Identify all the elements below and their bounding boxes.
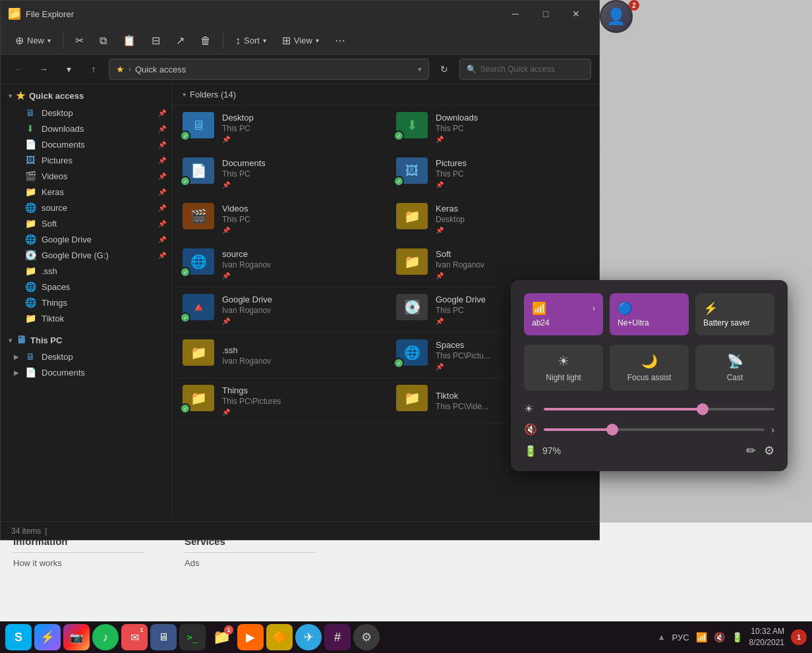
quick-access-chevron-icon: ▾ <box>9 92 12 99</box>
qa-footer: 🔋 97% ✏ ⚙ <box>524 443 774 458</box>
nav-recent-button[interactable]: ▾ <box>59 59 78 79</box>
sidebar-item-gdriveg[interactable]: 💽 Google Drive (G:) 📌 <box>1 247 171 263</box>
qa-focus-assist-tile[interactable]: 🌙 Focus assist <box>610 345 689 391</box>
qa-cast-tile[interactable]: 📡 Cast <box>695 345 774 391</box>
sidebar-item-tiktok[interactable]: 📁 Tiktok <box>1 310 171 326</box>
folder-downloads-pin-icon: 📌 <box>436 136 478 143</box>
share-button[interactable]: ↗ <box>169 31 191 50</box>
taskbar-telegram[interactable]: ✈ <box>295 624 322 650</box>
folder-desktop[interactable]: 🖥 ✓ Desktop This PC 📌 <box>172 105 386 151</box>
folders-header[interactable]: ▾ Folders (14) <box>172 84 599 105</box>
close-button[interactable]: ✕ <box>561 1 591 27</box>
folder-source[interactable]: 🌐 ✓ source Ivan Roganov 📌 <box>172 242 386 287</box>
sidebar-item-thispc-desktop[interactable]: ▶ 🖥 Desktop <box>1 349 171 364</box>
taskbar-app-yellow[interactable]: 🔶 <box>266 624 293 650</box>
web-services-sub[interactable]: Ads <box>185 558 316 568</box>
nav-back-button[interactable]: ← <box>9 59 28 79</box>
sort-button[interactable]: ↕ Sort ▾ <box>229 32 273 50</box>
sidebar-item-videos[interactable]: 🎬 Videos 📌 <box>1 168 171 184</box>
sidebar-thispc-header[interactable]: ▾ 🖥 This PC <box>1 331 171 349</box>
new-button[interactable]: ⊕ New ▾ <box>9 31 57 50</box>
documents-pin-icon: 📌 <box>158 141 166 148</box>
sort-chevron-icon: ▾ <box>263 37 266 44</box>
sidebar-item-documents[interactable]: 📄 Documents 📌 <box>1 136 171 152</box>
sidebar-keras-label: Keras <box>42 187 153 197</box>
downloads-pin-icon: 📌 <box>158 125 166 132</box>
minimize-button[interactable]: ─ <box>500 1 531 27</box>
volume-slider[interactable] <box>544 428 765 431</box>
taskbar-terminal[interactable]: >_ <box>179 624 206 650</box>
folder-documents-info: Documents This PC 📌 <box>222 158 266 188</box>
taskbar-volume-icon[interactable]: 🔇 <box>714 632 725 642</box>
folder-ssh[interactable]: 📁 .ssh Ivan Roganov <box>172 333 386 378</box>
taskbar-language[interactable]: РУС <box>672 633 689 642</box>
cut-button[interactable]: ✂ <box>69 31 90 50</box>
folder-pictures[interactable]: 🖼 ✓ Pictures This PC 📌 <box>386 151 599 196</box>
sidebar-item-soft[interactable]: 📁 Soft 📌 <box>1 215 171 231</box>
documents-icon: 📄 <box>24 139 36 150</box>
sidebar-item-pictures[interactable]: 🖼 Pictures 📌 <box>1 152 171 168</box>
address-input[interactable]: ★ › Quick access ▾ <box>109 59 429 80</box>
settings-icon[interactable]: ⚙ <box>764 443 774 458</box>
taskbar-remote[interactable]: 🖥 <box>150 624 177 650</box>
taskbar-settings[interactable]: ⚙ <box>353 624 380 650</box>
brightness-slider[interactable] <box>544 408 774 411</box>
nav-forward-button[interactable]: → <box>34 59 53 79</box>
folder-keras[interactable]: 📁 Keras Desktop 📌 <box>386 196 599 242</box>
sidebar-quick-access-header[interactable]: ▾ ★ Quick access <box>1 87 171 105</box>
taskbar-fileexplorer[interactable]: 📁 1 <box>208 624 235 650</box>
taskbar-instagram[interactable]: 📷 <box>63 624 90 650</box>
folder-downloads[interactable]: ⬇ ✓ Downloads This PC 📌 <box>386 105 599 151</box>
qa-wifi-tile[interactable]: 📶 › ab24 <box>524 293 603 335</box>
taskbar-app-orange[interactable]: ▶ <box>237 624 264 650</box>
paste-button[interactable]: 📋 <box>116 31 142 50</box>
view-button[interactable]: ⊞ View ▾ <box>276 31 326 50</box>
taskbar-clock[interactable]: 10:32 AM 8/20/2021 <box>749 626 784 648</box>
rename-button[interactable]: ⊟ <box>145 31 167 50</box>
sidebar-item-keras[interactable]: 📁 Keras 📌 <box>1 184 171 200</box>
folder-documents[interactable]: 📄 ✓ Documents This PC 📌 <box>172 151 386 196</box>
folder-gdrive[interactable]: 🔺 ✓ Google Drive Ivan Roganov 📌 <box>172 287 386 333</box>
qa-night-light-tile[interactable]: ☀ Night light <box>524 345 603 391</box>
sidebar-item-spaces[interactable]: 🌐 Spaces <box>1 279 171 295</box>
search-box[interactable]: 🔍 Search Quick access <box>459 59 591 80</box>
sidebar-tiktok-label: Tiktok <box>42 314 166 324</box>
taskbar-slack[interactable]: # <box>324 624 351 650</box>
taskbar-notification[interactable]: 1 <box>791 629 807 645</box>
avatar[interactable]: 👤 <box>600 0 633 33</box>
sidebar-item-ssh[interactable]: 📁 .ssh <box>1 263 171 279</box>
sidebar-thispc-desktop-label: Desktop <box>42 352 166 362</box>
qa-bluetooth-tile[interactable]: 🔵 Ne+Ultra <box>610 293 689 335</box>
folder-videos[interactable]: 🎬 Videos This PC 📌 <box>172 196 386 242</box>
folder-soft-location: Ivan Roganov <box>436 260 484 270</box>
folder-gdriveg-info: Google Drive This PC 📌 <box>436 295 486 325</box>
copy-button[interactable]: ⧉ <box>93 32 113 50</box>
taskbar-mail[interactable]: ✉ 1 <box>121 624 148 650</box>
edit-icon[interactable]: ✏ <box>746 443 756 458</box>
nav-up-button[interactable]: ↑ <box>84 59 103 79</box>
volume-expand-icon[interactable]: › <box>771 424 774 435</box>
taskbar-wifi-icon[interactable]: 📶 <box>696 632 707 642</box>
quick-access-label: Quick access <box>29 91 84 101</box>
sidebar-item-things[interactable]: 🌐 Things <box>1 295 171 310</box>
delete-button[interactable]: 🗑 <box>194 32 218 50</box>
sidebar-item-gdrive[interactable]: 🌐 Google Drive 📌 <box>1 231 171 247</box>
taskbar-spotify[interactable]: ♪ <box>92 624 119 650</box>
folder-gdrive-thumb: 🔺 ✓ <box>183 294 214 326</box>
folder-things[interactable]: 📁 ✓ Things This PC\Pictures 📌 <box>172 378 386 424</box>
qa-battery-saver-tile[interactable]: ⚡ Battery saver <box>695 293 774 335</box>
taskbar-date: 8/20/2021 <box>749 637 784 648</box>
taskbar-overflow-icon[interactable]: ▲ <box>658 633 666 642</box>
folder-source-pin-icon: 📌 <box>222 272 271 279</box>
web-info-sub[interactable]: How it works <box>13 558 145 568</box>
maximize-button[interactable]: □ <box>531 1 561 27</box>
taskbar-skype[interactable]: S <box>5 624 32 650</box>
sidebar-item-source[interactable]: 🌐 source 📌 <box>1 200 171 215</box>
sidebar-item-downloads[interactable]: ⬇ Downloads 📌 <box>1 121 171 136</box>
more-button[interactable]: ⋯ <box>328 31 352 50</box>
taskbar-battery-icon[interactable]: 🔋 <box>732 632 743 642</box>
sidebar-item-thispc-documents[interactable]: ▶ 📄 Documents <box>1 364 171 380</box>
taskbar-messenger[interactable]: ⚡ <box>34 624 61 650</box>
sidebar-item-desktop[interactable]: 🖥 Desktop 📌 <box>1 105 171 121</box>
refresh-button[interactable]: ↻ <box>434 59 454 79</box>
